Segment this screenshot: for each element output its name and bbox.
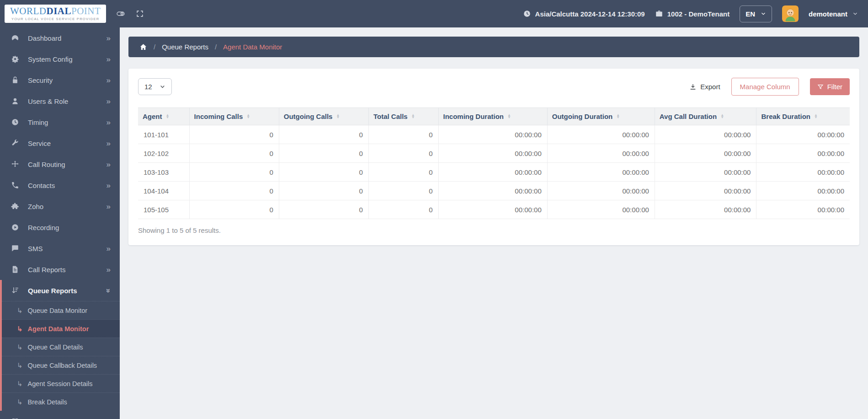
sidebar-subitem-break-details[interactable]: ↳Break Details [2,392,120,411]
sort-icon: ▲▼ [507,114,511,119]
value-cell: 0 [189,125,279,144]
results-summary: Showing 1 to 5 of 5 results. [138,219,850,234]
column-label: Incoming Calls [194,113,243,120]
user-menu[interactable]: demotenant [809,10,858,18]
fullscreen-icon[interactable] [135,9,144,18]
column-header-outgoing-duration[interactable]: Outgoing Duration▲▼ [547,108,655,125]
value-cell: 00:00:00 [547,200,655,219]
speedometer-icon [10,34,20,42]
manage-column-button[interactable]: Manage Column [731,78,799,96]
chevron-right-icon: » [107,140,111,147]
tenant-info[interactable]: 1002 - DemoTenant [655,10,730,18]
value-cell: 00:00:00 [438,144,547,163]
tenant-text: 1002 - DemoTenant [667,10,730,18]
value-cell: 0 [189,163,279,182]
column-header-total-calls[interactable]: Total Calls▲▼ [368,108,438,125]
user-icon [10,97,20,105]
sidebar-item-users-role[interactable]: Users & Role» [0,91,120,112]
sort-icon: ▲▼ [246,114,250,119]
column-label: Agent [143,113,162,120]
chevron-right-icon: » [107,76,111,84]
corner-down-right-icon: ↳ [17,325,23,333]
app-logo[interactable]: WORLDDIALPOINT YOUR LOCAL VOICE SERVICE … [5,5,106,23]
sort-icon: ▲▼ [814,114,818,119]
sidebar-item-contacts[interactable]: Contacts» [0,175,120,196]
sidebar-item-call-routing[interactable]: Call Routing» [0,154,120,175]
report-card: 12 Export Manage Column Filter Agen [128,69,859,245]
sort-amount-icon [10,286,20,295]
agent-cell: 104-104 [138,182,189,200]
export-button[interactable]: Export [689,83,720,91]
breadcrumb: / Queue Reports / Agent Data Monitor [128,37,859,57]
sidebar-subitem-agent-session-details[interactable]: ↳Agent Session Details [2,374,120,392]
agent-cell: 102-102 [138,144,189,163]
value-cell: 00:00:00 [547,182,655,200]
gears-icon [10,55,20,63]
table-row: 105-10500000:00:0000:00:0000:00:0000:00:… [138,200,850,219]
column-header-outgoing-calls[interactable]: Outgoing Calls▲▼ [279,108,368,125]
value-cell: 00:00:00 [756,200,850,219]
home-icon[interactable] [139,43,147,51]
language-selector[interactable]: EN [740,5,772,22]
sidebar-subitem-queue-callback-details[interactable]: ↳Queue Callback Details [2,356,120,374]
sidebar-item-label: Service [28,140,99,147]
value-cell: 00:00:00 [547,144,655,163]
sidebar-item-security[interactable]: Security» [0,70,120,91]
value-cell: 00:00:00 [655,182,756,200]
table-row: 103-10300000:00:0000:00:0000:00:0000:00:… [138,163,850,182]
sidebar-item-recording[interactable]: Recording [0,217,120,238]
sidebar-item-label: SMS [28,245,99,252]
filter-label: Filter [827,83,842,91]
value-cell: 00:00:00 [655,144,756,163]
value-cell: 0 [368,125,438,144]
sidebar-item-sms[interactable]: SMS» [0,238,120,259]
avatar[interactable] [782,5,799,22]
sidebar-subitem-agent-data-monitor[interactable]: ↳Agent Data Monitor [2,319,120,338]
sidebar-toggle-icon[interactable] [116,9,125,18]
sidebar-item-system-config[interactable]: System Config» [0,48,120,70]
wrench-icon [10,139,20,147]
value-cell: 00:00:00 [756,182,850,200]
sidebar-item-label: Call Reports [28,266,99,274]
sidebar-item-dashboard[interactable]: Dashboard» [0,27,120,48]
column-header-incoming-calls[interactable]: Incoming Calls▲▼ [189,108,279,125]
value-cell: 0 [368,144,438,163]
sort-icon: ▲▼ [336,114,340,119]
language-value: EN [746,10,755,18]
column-header-incoming-duration[interactable]: Incoming Duration▲▼ [438,108,547,125]
top-header: WORLDDIALPOINT YOUR LOCAL VOICE SERVICE … [0,0,868,27]
chat-icon [10,244,20,252]
chevron-right-icon: » [107,34,111,42]
chevron-right-icon: » [107,55,111,63]
sidebar-item-queue-reports[interactable]: Queue Reports» [2,280,120,301]
column-header-break-duration[interactable]: Break Duration▲▼ [756,108,850,125]
breadcrumb-current: Agent Data Monitor [223,43,282,51]
value-cell: 0 [368,200,438,219]
sidebar-item-service[interactable]: Service» [0,133,120,154]
toolbar-actions: Export Manage Column Filter [689,78,850,96]
column-label: Incoming Duration [443,113,504,120]
page-size-select[interactable]: 12 [138,78,172,95]
sidebar-subitem-queue-data-monitor[interactable]: ↳Queue Data Monitor [2,301,120,319]
sidebar-item-call-reports[interactable]: Call Reports» [0,259,120,280]
filter-button[interactable]: Filter [810,78,850,95]
logo-text: WORLDDIALPOINT [10,6,101,16]
value-cell: 00:00:00 [438,125,547,144]
grid-icon [10,417,20,419]
table-row: 104-10400000:00:0000:00:0000:00:0000:00:… [138,182,850,200]
sidebar-item-label: Zoho [28,203,99,210]
sidebar-subitem-queue-call-details[interactable]: ↳Queue Call Details [2,338,120,356]
sidebar-item-zoho[interactable]: Zoho» [0,196,120,217]
phone-icon [10,181,20,189]
chevron-right-icon: » [107,203,111,210]
column-header-avg-call-duration[interactable]: Avg Call Duration▲▼ [655,108,756,125]
breadcrumb-queue-reports[interactable]: Queue Reports [162,43,208,51]
column-header-agent[interactable]: Agent▲▼ [138,108,189,125]
value-cell: 00:00:00 [756,125,850,144]
chevron-right-icon: » [107,161,111,168]
column-label: Avg Call Duration [660,113,717,120]
sidebar-item-partial[interactable] [0,411,120,419]
table-row: 102-10200000:00:0000:00:0000:00:0000:00:… [138,144,850,163]
sidebar-item-timing[interactable]: Timing» [0,112,120,133]
value-cell: 00:00:00 [438,200,547,219]
